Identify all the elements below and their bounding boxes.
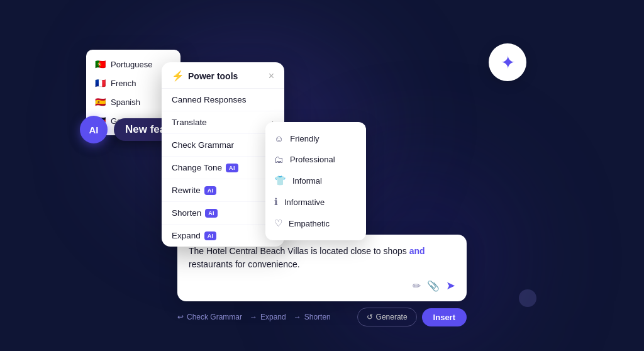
expand-action-icon: → — [250, 313, 257, 321]
flag-french: 🇫🇷 — [95, 78, 106, 88]
tone-item-empathetic[interactable]: ♡ Empathetic — [265, 213, 366, 234]
informative-label: Informative — [284, 198, 325, 207]
edit-icon[interactable]: ✏ — [413, 280, 421, 292]
highlight-and: and — [409, 246, 425, 256]
generate-button[interactable]: ↺ Generate — [357, 308, 417, 326]
informative-icon: ℹ — [274, 196, 278, 208]
power-tools-title-text: Power tools — [188, 71, 238, 81]
check-grammar-action[interactable]: ↩ Check Grammar — [177, 313, 242, 321]
friendly-icon: ☺ — [274, 133, 284, 144]
flag-portuguese: 🇵🇹 — [95, 59, 106, 69]
main-scene: ✦ 🇵🇹 Portuguese 🇫🇷 French 🇪🇸 Spanish 🇩🇪 … — [86, 25, 558, 326]
check-grammar-label: Check Grammar — [172, 140, 234, 150]
professional-icon: 🗂 — [274, 154, 284, 165]
rewrite-ai-badge: AI — [204, 186, 217, 195]
bottom-right-buttons: ↺ Generate Insert — [357, 308, 467, 326]
text-after: restaurants for convenience. — [189, 259, 300, 269]
professional-label: Professional — [290, 155, 335, 164]
ai-circle-label: AI — [89, 125, 99, 135]
generate-refresh-icon: ↺ — [367, 313, 373, 321]
power-tools-title: ⚡ Power tools — [172, 70, 238, 82]
tone-item-friendly[interactable]: ☺ Friendly — [265, 128, 366, 149]
expand-action-label: Expand — [260, 313, 286, 321]
menu-item-canned-responses[interactable]: Canned Responses — [162, 89, 284, 111]
tone-panel: ☺ Friendly 🗂 Professional 👕 Informal ℹ I… — [265, 122, 366, 240]
empathetic-icon: ♡ — [274, 218, 282, 229]
rewrite-label: Rewrite — [172, 186, 201, 195]
canned-responses-label: Canned Responses — [172, 95, 247, 104]
lang-label-french: French — [111, 79, 136, 88]
tone-item-informal[interactable]: 👕 Informal — [265, 170, 366, 191]
send-icon[interactable]: ➤ — [446, 279, 455, 292]
change-tone-label: Change Tone — [172, 163, 222, 172]
insert-label: Insert — [433, 313, 455, 322]
expand-label: Expand — [172, 231, 201, 240]
sparkle-circle: ✦ — [489, 43, 526, 81]
friendly-label: Friendly — [290, 134, 319, 143]
check-grammar-action-icon: ↩ — [177, 313, 184, 321]
generate-label: Generate — [376, 313, 408, 321]
tone-item-professional[interactable]: 🗂 Professional — [265, 149, 366, 170]
informal-label: Informal — [292, 176, 322, 186]
expand-ai-badge: AI — [204, 231, 217, 240]
bottom-toolbar: ↩ Check Grammar → Expand → Shorten ↺ Gen… — [177, 308, 467, 326]
shorten-label: Shorten — [172, 208, 201, 218]
ai-circle: AI — [80, 116, 108, 143]
change-tone-ai-badge: AI — [226, 164, 238, 172]
close-button[interactable]: × — [269, 71, 274, 81]
shorten-action[interactable]: → Shorten — [294, 313, 331, 321]
power-tools-icon: ⚡ — [172, 70, 184, 82]
text-content: The Hotel Central Beach Villas is locate… — [189, 245, 455, 271]
shorten-action-icon: → — [294, 313, 301, 321]
lang-label-portuguese: Portuguese — [111, 60, 153, 69]
check-grammar-action-label: Check Grammar — [187, 313, 242, 321]
sparkle-icon: ✦ — [501, 52, 515, 73]
power-tools-header: ⚡ Power tools × — [162, 62, 284, 89]
attach-icon[interactable]: 📎 — [427, 280, 440, 292]
insert-button[interactable]: Insert — [422, 308, 467, 326]
lang-label-spanish: Spanish — [111, 98, 140, 107]
tone-item-informative[interactable]: ℹ Informative — [265, 191, 366, 213]
expand-action[interactable]: → Expand — [250, 313, 286, 321]
shorten-action-label: Shorten — [304, 313, 331, 321]
empathetic-label: Empathetic — [289, 219, 330, 228]
flag-spanish: 🇪🇸 — [95, 97, 106, 107]
shorten-ai-badge: AI — [205, 209, 218, 218]
bottom-left-actions: ↩ Check Grammar → Expand → Shorten — [177, 313, 331, 321]
translate-label: Translate — [172, 118, 207, 127]
informal-icon: 👕 — [274, 175, 286, 186]
text-before: The Hotel Central Beach Villas is locate… — [189, 246, 409, 256]
logo-bottom-right — [516, 287, 539, 314]
text-actions: ✏ 📎 ➤ — [189, 279, 455, 292]
